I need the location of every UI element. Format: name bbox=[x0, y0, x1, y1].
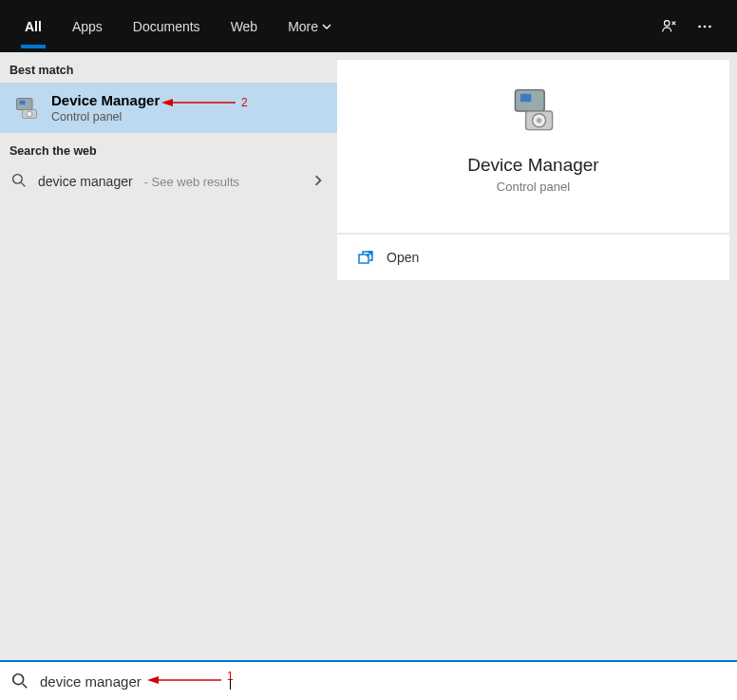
svg-marker-9 bbox=[161, 99, 173, 106]
tab-web[interactable]: Web bbox=[216, 0, 274, 52]
detail-title: Device Manager bbox=[467, 155, 598, 176]
svg-point-10 bbox=[13, 175, 23, 184]
device-manager-icon bbox=[11, 93, 42, 123]
svg-marker-21 bbox=[147, 676, 159, 684]
tab-more[interactable]: More bbox=[273, 0, 347, 52]
results-pane: Best match Device Manager Control panel bbox=[0, 52, 337, 660]
search-web-label: Search the web bbox=[0, 133, 337, 163]
svg-line-19 bbox=[23, 684, 28, 689]
annotation-arrow-1: 1 bbox=[147, 673, 234, 687]
web-result-suffix: - See web results bbox=[144, 175, 239, 189]
tab-all[interactable]: All bbox=[9, 0, 57, 52]
annotation-arrow-2: 2 bbox=[161, 96, 248, 109]
more-options-icon[interactable] bbox=[695, 17, 714, 36]
feedback-icon[interactable] bbox=[659, 17, 678, 36]
svg-point-16 bbox=[536, 118, 541, 123]
svg-point-7 bbox=[27, 111, 32, 117]
best-match-subtitle: Control panel bbox=[51, 110, 160, 123]
svg-line-11 bbox=[21, 182, 25, 186]
best-match-label: Best match bbox=[0, 52, 337, 83]
tab-more-label: More bbox=[288, 19, 318, 34]
detail-pane: Device Manager Control panel Open bbox=[337, 52, 737, 660]
detail-card: Device Manager Control panel bbox=[337, 60, 729, 233]
detail-subtitle: Control panel bbox=[497, 180, 570, 194]
annotation-number-1: 1 bbox=[227, 670, 234, 683]
open-icon bbox=[358, 250, 373, 265]
tab-documents[interactable]: Documents bbox=[118, 0, 216, 52]
svg-point-0 bbox=[665, 20, 670, 25]
best-match-title: Device Manager bbox=[51, 92, 160, 108]
annotation-number-2: 2 bbox=[241, 96, 248, 109]
chevron-right-icon bbox=[312, 173, 324, 190]
search-bar[interactable]: 1 bbox=[0, 660, 737, 700]
svg-point-3 bbox=[709, 25, 711, 28]
svg-rect-5 bbox=[20, 100, 26, 104]
open-label: Open bbox=[387, 250, 419, 265]
svg-point-18 bbox=[13, 674, 24, 685]
svg-rect-13 bbox=[520, 94, 531, 102]
svg-point-1 bbox=[698, 25, 701, 28]
web-result-query: device manager bbox=[38, 174, 133, 189]
tab-apps[interactable]: Apps bbox=[57, 0, 118, 52]
web-result-device-manager[interactable]: device manager - See web results bbox=[0, 163, 337, 199]
best-match-device-manager[interactable]: Device Manager Control panel 2 bbox=[0, 83, 337, 133]
chevron-down-icon bbox=[322, 19, 331, 34]
search-header: All Apps Documents Web More bbox=[0, 0, 737, 52]
device-manager-large-icon bbox=[507, 85, 560, 138]
search-icon bbox=[11, 173, 28, 190]
action-open[interactable]: Open bbox=[337, 235, 729, 280]
search-icon bbox=[11, 672, 28, 690]
svg-point-2 bbox=[704, 25, 707, 28]
header-tabs: All Apps Documents Web More bbox=[9, 0, 347, 52]
